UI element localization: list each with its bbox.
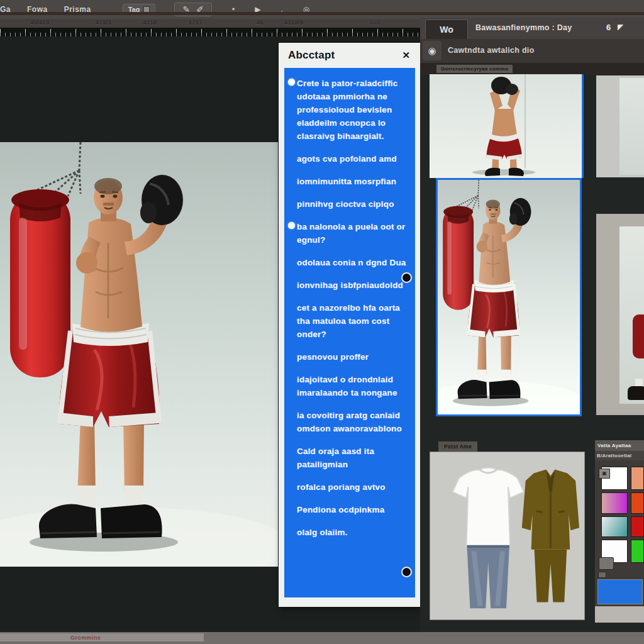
panel-title: Bawasanfienymmo : Day — [475, 23, 572, 32]
assistant-text: Cawtndta awtalich dio — [448, 46, 535, 55]
clothes-panel[interactable] — [430, 452, 585, 620]
panel-badge: 6 — [606, 23, 611, 32]
main-photo-boxer[interactable] — [0, 142, 279, 567]
status-bar: Grommins — [0, 632, 644, 644]
dialog-item: pinnihvg cioctva ciplqo — [297, 197, 406, 211]
swatch[interactable] — [601, 492, 628, 514]
panel-tab-bar: Wo Bawasanfienymmo : Day 6 ◤ — [420, 18, 644, 40]
dialog-item: pesnovou proffer — [297, 350, 406, 364]
partial-shorts-shape — [633, 314, 644, 358]
dialog-item: rofalca poriang avtvo — [297, 480, 406, 494]
ruler-label: 1717 — [189, 19, 203, 26]
thumbnail-partial-middle[interactable] — [596, 214, 644, 415]
scroll-handle[interactable] — [401, 567, 412, 577]
thumbnail-partial-top-image — [619, 78, 644, 175]
dialog-title: Abcctapt — [288, 49, 335, 62]
menu-bar: Ga Fowa Prisma Tag ✎ ✐ • ▶ , ◎ — [0, 0, 644, 19]
ruler-label: 4u8 — [370, 19, 380, 26]
swatches-subheader: B/Arattooetlal — [595, 451, 644, 460]
swatches-panel: Vatta Ayattaa B/Arattooetlal ▣ — [595, 440, 644, 623]
dialog-item: odolaua conia n dgnd Dua — [297, 256, 406, 269]
bullet-icon — [288, 222, 295, 229]
thumbnail-boxer-cover[interactable] — [430, 74, 584, 178]
swatch[interactable] — [601, 516, 628, 537]
dialog-item: ba nalonola a puela oot or egnul? — [297, 220, 406, 247]
status-segment — [0, 633, 204, 641]
thumbnail-partial-middle-image — [619, 226, 644, 404]
dialog-item: Crete ia pator-raladciffic udotaaa pmmio… — [297, 77, 406, 143]
swatch[interactable] — [631, 467, 644, 490]
dialog-item: iomnimunitta mosrpfian — [297, 175, 406, 188]
cursor-icon: ◤ — [618, 23, 623, 31]
ruler-label: 4118 — [143, 19, 157, 26]
right-panel: Wo Bawasanfienymmo : Day 6 ◤ ◉ Cawtndta … — [420, 18, 644, 632]
dialog-item: Pendiona ocdpinkma — [297, 503, 406, 516]
strip-label: Gorrcrocrmcyryaa commo — [436, 65, 513, 73]
dialog-body: Crete ia pator-raladciffic udotaaa pmmio… — [284, 68, 415, 597]
swatch-options-icon[interactable]: ▣ — [599, 469, 610, 479]
swatch-add-button[interactable] — [599, 557, 614, 570]
partial-shoe-shape — [628, 386, 644, 400]
current-color-swatch[interactable] — [597, 579, 643, 604]
thumbnail-boxer-selected[interactable] — [436, 178, 582, 416]
ruler-label: 473/3 — [96, 19, 111, 26]
swatch[interactable] — [631, 492, 644, 514]
dialog-item: agots cva pofoland amd — [297, 152, 406, 165]
scroll-handle[interactable] — [401, 272, 412, 283]
dialog-item: ia covoitirg aratg canlaid omdson awanor… — [297, 409, 406, 435]
window-bottom-edge — [0, 12, 644, 15]
swatch[interactable] — [631, 540, 644, 563]
assistant-icon: ◉ — [423, 41, 441, 60]
dialog-item: ionvnihag isbfpniaudoldd — [297, 279, 406, 292]
swatch-mini-icon[interactable] — [598, 572, 606, 578]
dialog-item: idajoitavd o drondnlaid imaralaando ta n… — [297, 373, 406, 399]
close-icon[interactable]: ✕ — [402, 50, 410, 61]
dialog-item: olalg olaiim. — [297, 526, 406, 539]
dialog-item: cet a nazorelbo hfa oarta tha matuloa ta… — [297, 301, 406, 341]
ruler-label: 4318/9 — [284, 19, 304, 26]
thumb-strip-header: Gorrcrocrmcyryaa commo — [420, 63, 644, 75]
swatch[interactable] — [631, 516, 644, 537]
prompt-dialog: Abcctapt ✕ Crete ia pator-raladciffic ud… — [279, 43, 420, 607]
tab-wo[interactable]: Wo — [425, 19, 468, 39]
swatches-header: Vatta Ayattaa — [595, 440, 644, 451]
dialog-title-bar: Abcctapt ✕ — [279, 43, 420, 68]
dialog-item: Cald oraja aasd ita patailigmian — [297, 445, 406, 471]
ruler-label: 45/413 — [30, 19, 50, 26]
assistant-row[interactable]: ◉ Cawtndta awtalich dio — [420, 39, 644, 64]
swatches-footer — [595, 606, 644, 623]
clothes-panel-tab[interactable]: Pstst Ame — [438, 441, 477, 452]
app-window: Ga Fowa Prisma Tag ✎ ✐ • ▶ , ◎ 45/413 47… — [0, 0, 644, 644]
thumbnail-partial-top[interactable] — [596, 75, 644, 177]
status-label: Grommins — [70, 635, 101, 641]
ruler-label: 46 — [257, 19, 264, 26]
bullet-icon — [288, 79, 295, 86]
